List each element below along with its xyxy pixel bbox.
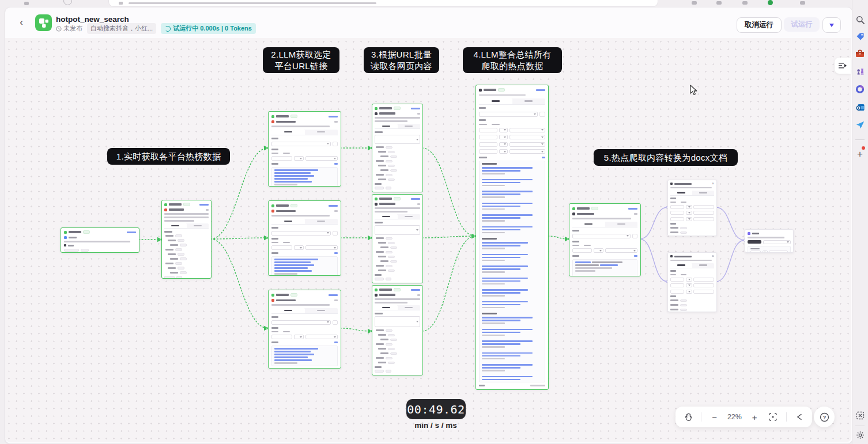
outlook-icon[interactable] [854,101,866,113]
workflow-node-docx-llm[interactable] [569,203,641,276]
divider [786,412,787,422]
extension-icon[interactable] [742,1,748,5]
workflow-description-chip: 自动搜索抖音，小红... [87,23,156,34]
step-label[interactable]: 5.热点爬取内容转换为docx文档 [594,149,738,166]
step-label[interactable]: 2.LLM获取选定 平台URL链接 [263,47,339,73]
svg-text:?: ? [822,415,826,420]
step-label[interactable]: 3.根据URL批量 读取各网页内容 [364,47,439,73]
divider [855,426,865,426]
clock-icon [56,26,62,32]
elapsed-timer: 00:49.62 [406,399,466,419]
canvas-toolbar: − 22% + [675,407,812,427]
zoom-out-button[interactable]: − [709,411,720,423]
fit-view-icon[interactable] [767,411,779,423]
test-run-button-disabled[interactable]: 试运行 [784,17,820,32]
question-icon: ? [820,412,829,422]
profile-icon[interactable] [800,1,805,5]
publish-status: 未发布 [56,24,82,33]
workflow-node-end[interactable] [745,229,794,253]
workflow-node-create-docx-1[interactable]: × [667,180,717,236]
extension-icon[interactable] [716,1,722,5]
site-info-icon [119,2,123,5]
workflow-node-hot-search-3[interactable] [268,290,341,369]
workflow-node-url-reader-3[interactable] [372,285,423,375]
cancel-run-button[interactable]: 取消运行 [737,17,782,33]
help-button[interactable]: ? [814,407,835,427]
workflow-node-start[interactable] [61,227,139,253]
step-label[interactable]: 4.LLM整合总结所有 爬取的热点数据 [463,47,562,73]
chevron-down-icon [829,24,834,27]
notification-dot [862,146,865,150]
new-tab-plus-icon[interactable]: + [854,149,866,160]
workflow-node-hot-search-2[interactable] [268,200,341,276]
results-panel-toggle-button[interactable] [835,58,851,74]
timer-unit-label: min / s / ms [378,421,493,430]
run-options-dropdown[interactable] [822,17,841,33]
browser-refresh-icon[interactable] [63,0,72,5]
tag-icon[interactable] [854,31,866,42]
page-title: hotpot_new_search [56,15,129,24]
panel-list-icon [839,62,847,69]
divider [701,412,701,422]
chess-icon[interactable] [854,66,866,77]
workflow-node-llm-summary[interactable] [475,85,549,390]
workflow-node-url-reader-1[interactable] [372,104,423,192]
pan-hand-icon[interactable] [682,411,694,423]
spinner-icon [165,26,171,32]
bookmark-icon[interactable] [692,1,697,5]
zoom-in-button[interactable]: + [749,411,760,423]
extension-green-icon[interactable] [768,0,773,5]
toolbox-icon[interactable] [854,48,866,59]
divider [855,139,865,140]
collapse-chevron-icon[interactable] [794,411,805,423]
paper-plane-icon[interactable] [854,119,866,131]
screen: { "app": { "header": { "title": "hotpot_… [0,0,868,444]
mouse-cursor [690,85,698,98]
search-icon[interactable] [854,14,866,25]
workflow-app-icon [35,14,52,31]
settings-gear-icon[interactable] [854,429,866,441]
workflow-node-create-docx-2[interactable]: × [667,252,717,312]
browser-address-bar[interactable] [108,0,658,7]
workflow-node-llm-branch[interactable] [161,200,212,279]
browser-back-icon[interactable] [24,2,29,5]
workflow-node-url-reader-2[interactable] [372,194,423,283]
browser-toolbar-clipped [0,0,868,7]
zoom-level: 22% [727,413,742,421]
copilot-ring-icon[interactable] [854,84,866,95]
back-button[interactable]: ‹ [16,17,27,28]
workflow-node-hot-search-1[interactable] [268,111,341,187]
screenshot-icon[interactable] [854,409,866,421]
url-text-blur [129,2,376,4]
step-label[interactable]: 1.实时获取各平台热榜数据 [107,148,230,165]
workflow-meta: 未发布 自动搜索抖音，小红... 试运行中 0.000s | 0 Tokens [56,24,256,33]
run-status-badge: 试运行中 0.000s | 0 Tokens [161,23,256,34]
